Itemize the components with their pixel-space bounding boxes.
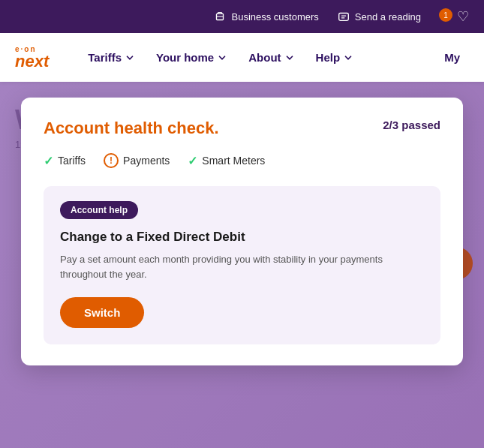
- check-label-smart-meters: Smart Meters: [202, 155, 265, 167]
- nav-bar: e·on next Tariffs Your home About Help M…: [0, 33, 484, 82]
- card-title: Change to a Fixed Direct Debit: [60, 230, 424, 245]
- check-items-list: ✓ Tariffs ! Payments ✓ Smart Meters: [44, 153, 440, 168]
- logo-next: next: [15, 53, 49, 70]
- nav-items: Tariffs Your home About Help My: [79, 45, 469, 70]
- check-item-tariffs: ✓ Tariffs: [44, 153, 86, 168]
- nav-item-help[interactable]: Help: [307, 45, 363, 70]
- business-customers-link[interactable]: Business customers: [213, 10, 318, 23]
- modal-passed: 2/3 passed: [383, 119, 440, 131]
- check-item-smart-meters: ✓ Smart Meters: [188, 153, 265, 168]
- nav-item-tariffs[interactable]: Tariffs: [79, 45, 144, 70]
- notification-badge: 1: [439, 8, 452, 22]
- top-bar: Business customers Send a reading 1 ♡: [0, 0, 484, 33]
- notification-link[interactable]: 1 ♡: [439, 8, 469, 25]
- send-reading-label: Send a reading: [355, 11, 421, 23]
- check-label-tariffs: Tariffs: [58, 155, 86, 167]
- modal-title: Account health check.: [44, 119, 219, 138]
- nav-item-my[interactable]: My: [435, 45, 469, 70]
- modal-header: Account health check. 2/3 passed: [44, 119, 440, 138]
- meter-icon: [337, 10, 350, 23]
- svg-rect-2: [339, 14, 349, 21]
- card-tag: Account help: [60, 201, 138, 219]
- logo[interactable]: e·on next: [15, 45, 49, 70]
- check-pass-icon-tariffs: ✓: [44, 154, 53, 168]
- chevron-down-icon: [125, 53, 135, 63]
- check-pass-icon-smart-meters: ✓: [188, 154, 197, 168]
- chevron-down-icon: [217, 53, 227, 63]
- switch-button[interactable]: Switch: [60, 297, 144, 328]
- nav-item-about[interactable]: About: [239, 45, 303, 70]
- check-warn-icon-payments: !: [104, 153, 119, 168]
- send-reading-link[interactable]: Send a reading: [337, 10, 421, 23]
- chevron-down-icon: [343, 53, 353, 63]
- card-description: Pay a set amount each month providing yo…: [60, 252, 424, 282]
- business-customers-label: Business customers: [231, 11, 318, 23]
- chevron-down-icon: [284, 53, 295, 63]
- check-item-payments: ! Payments: [104, 153, 170, 168]
- check-label-payments: Payments: [123, 155, 170, 167]
- nav-item-your-home[interactable]: Your home: [147, 45, 236, 70]
- briefcase-icon: [213, 10, 227, 23]
- heart-icon: ♡: [457, 8, 469, 25]
- recommendation-card: Account help Change to a Fixed Direct De…: [44, 186, 440, 344]
- account-health-modal: Account health check. 2/3 passed ✓ Tarif…: [21, 98, 463, 365]
